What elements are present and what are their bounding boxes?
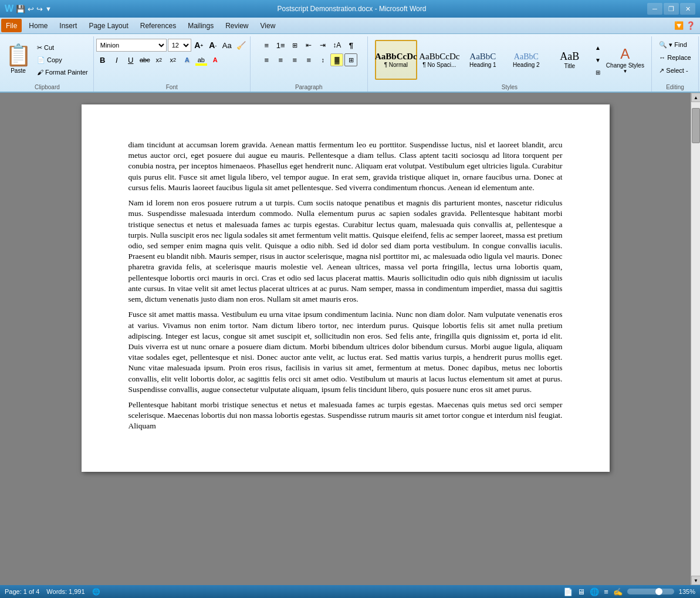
change-styles-arrow: ▼ (623, 69, 627, 74)
customize-icon[interactable]: ▼ (45, 5, 52, 12)
text-highlight-button[interactable]: ab (195, 53, 208, 66)
menu-view[interactable]: View (255, 18, 282, 33)
style-heading1-label: Heading 1 (469, 62, 496, 68)
view-draft-icon[interactable]: ✍ (613, 587, 623, 596)
styles-more[interactable]: ⊞ (593, 66, 603, 78)
format-painter-button[interactable]: 🖌 Format Painter (34, 66, 91, 78)
superscript-button[interactable]: x2 (167, 53, 180, 66)
menu-home[interactable]: Home (23, 18, 53, 33)
font-color-button[interactable]: A (209, 53, 222, 66)
paragraph-label: Paragraph (295, 84, 323, 90)
menu-bar: File Home Insert Page Layout References … (0, 18, 700, 34)
menu-page-layout[interactable]: Page Layout (83, 18, 134, 33)
page-info: Page: 1 of 4 (5, 588, 39, 595)
styles-scroll-up[interactable]: ▲ (593, 42, 603, 53)
select-label: Select - (666, 67, 688, 74)
cut-button[interactable]: ✂ Cut (34, 42, 91, 53)
menu-mailings[interactable]: Mailings (182, 18, 219, 33)
font-content: Minion 12 A+ A- Aa 🧹 B I U abc x2 x2 A a… (96, 39, 248, 81)
para-row-2: ≡ ≡ ≡ ≡ ↕ ▓ ⊞ (260, 53, 357, 66)
show-hide-button[interactable]: ¶ (344, 39, 357, 52)
strikethrough-button[interactable]: abc (138, 53, 151, 66)
size-select[interactable]: 12 (168, 39, 191, 52)
document-page[interactable]: diam tincidunt at accumsan lorem gravida… (82, 104, 610, 472)
restore-button[interactable]: ❐ (664, 3, 679, 15)
clipboard-right: ✂ Cut 📄 Copy 🖌 Format Painter (34, 42, 91, 78)
style-heading1-preview: AaBbC (469, 52, 496, 62)
decrease-indent-button[interactable]: ⇤ (302, 39, 315, 52)
multilevel-button[interactable]: ⊞ (288, 39, 301, 52)
change-styles-button[interactable]: A Change Styles ▼ (606, 46, 644, 74)
title-bar-icons: W 💾 ↩ ↪ ▼ (5, 4, 52, 14)
style-heading2[interactable]: AaBbC Heading 2 (505, 40, 547, 80)
grow-font-button[interactable]: A+ (192, 39, 205, 52)
styles-scroll-down[interactable]: ▼ (593, 54, 603, 66)
scrollbar-up-button[interactable]: ▲ (691, 93, 700, 102)
align-left-button[interactable]: ≡ (260, 53, 273, 66)
save-icon[interactable]: 💾 (16, 5, 25, 13)
style-normal[interactable]: AaBbCcDc ¶ Normal (375, 40, 417, 80)
find-icon: 🔍 (659, 41, 667, 49)
bullets-button[interactable]: ≡ (260, 39, 273, 52)
style-no-spacing[interactable]: AaBbCcDc ¶ No Spaci... (418, 40, 461, 80)
style-normal-preview: AaBbCcDc (375, 52, 417, 62)
paragraph-content: ≡ 1≡ ⊞ ⇤ ⇥ ↕A ¶ ≡ ≡ ≡ ≡ ↕ ▓ ⊞ (260, 39, 357, 81)
vertical-scrollbar[interactable]: ▲ ▼ (691, 93, 700, 585)
menu-review[interactable]: Review (219, 18, 254, 33)
italic-button[interactable]: I (110, 53, 123, 66)
zoom-level: 135% (679, 588, 695, 595)
underline-button[interactable]: U (124, 53, 137, 66)
style-title[interactable]: AaB Title (549, 40, 591, 80)
scrollbar-track[interactable] (691, 102, 700, 576)
shading-button[interactable]: ▓ (330, 53, 343, 66)
shrink-font-button[interactable]: A- (207, 39, 219, 52)
undo-icon[interactable]: ↩ (28, 5, 34, 13)
view-outline-icon[interactable]: ≡ (604, 587, 608, 596)
numbering-button[interactable]: 1≡ (274, 39, 287, 52)
zoom-thumb[interactable] (655, 588, 662, 595)
copy-button[interactable]: 📄 Copy (34, 54, 91, 66)
line-spacing-button[interactable]: ↕ (316, 53, 329, 66)
select-icon: ↗ (659, 67, 664, 75)
help-icon[interactable]: ❓ (686, 21, 695, 30)
menu-file[interactable]: File (1, 19, 22, 32)
change-case-button[interactable]: Aa (221, 39, 234, 52)
view-print-icon[interactable]: 📄 (563, 587, 573, 596)
sort-button[interactable]: ↕A (330, 39, 343, 52)
find-button[interactable]: 🔍 ▾ Find (656, 39, 689, 50)
borders-button[interactable]: ⊞ (344, 53, 357, 66)
ribbon: 📋 Paste ✂ Cut 📄 Copy 🖌 Format Painter Cl… (0, 34, 700, 93)
paste-button[interactable]: 📋 Paste (4, 40, 33, 80)
font-select[interactable]: Minion (96, 39, 167, 52)
title-bar-title: Postscript Demonstration.docx - Microsof… (56, 5, 647, 13)
view-web-icon[interactable]: 🌐 (590, 587, 599, 596)
increase-indent-button[interactable]: ⇥ (316, 39, 329, 52)
menu-references[interactable]: References (134, 18, 182, 33)
select-button[interactable]: ↗ Select - (656, 65, 691, 76)
zoom-slider[interactable] (627, 589, 674, 594)
title-bar: W 💾 ↩ ↪ ▼ Postscript Demonstration.docx … (0, 0, 700, 18)
menu-insert[interactable]: Insert (53, 18, 83, 33)
bold-button[interactable]: B (96, 53, 109, 66)
cut-icon: ✂ (37, 44, 42, 52)
minimize-button[interactable]: ─ (647, 3, 662, 15)
close-button[interactable]: ✕ (680, 3, 695, 15)
subscript-button[interactable]: x2 (153, 53, 165, 66)
help-collapse-icon[interactable]: 🔽 (674, 21, 684, 30)
document-scroll: diam tincidunt at accumsan lorem gravida… (0, 93, 691, 585)
status-right: 📄 🖥 🌐 ≡ ✍ 135% (563, 587, 695, 596)
scrollbar-thumb[interactable] (692, 108, 700, 143)
align-right-button[interactable]: ≡ (288, 53, 301, 66)
style-heading2-preview: AaBbC (514, 52, 539, 62)
clear-format-button[interactable]: 🧹 (235, 39, 248, 52)
status-bar: Page: 1 of 4 Words: 1,991 🌐 📄 🖥 🌐 ≡ ✍ 13… (0, 585, 700, 598)
replace-button[interactable]: ↔ Replace (656, 52, 694, 63)
view-fullscreen-icon[interactable]: 🖥 (577, 587, 585, 596)
justify-button[interactable]: ≡ (302, 53, 315, 66)
style-heading1[interactable]: AaBbC Heading 1 (462, 40, 504, 80)
redo-icon[interactable]: ↪ (36, 5, 43, 13)
scrollbar-down-button[interactable]: ▼ (691, 576, 700, 585)
text-effect-button[interactable]: A (181, 53, 194, 66)
font-row-1: Minion 12 A+ A- Aa 🧹 (96, 39, 248, 52)
align-center-button[interactable]: ≡ (274, 53, 287, 66)
